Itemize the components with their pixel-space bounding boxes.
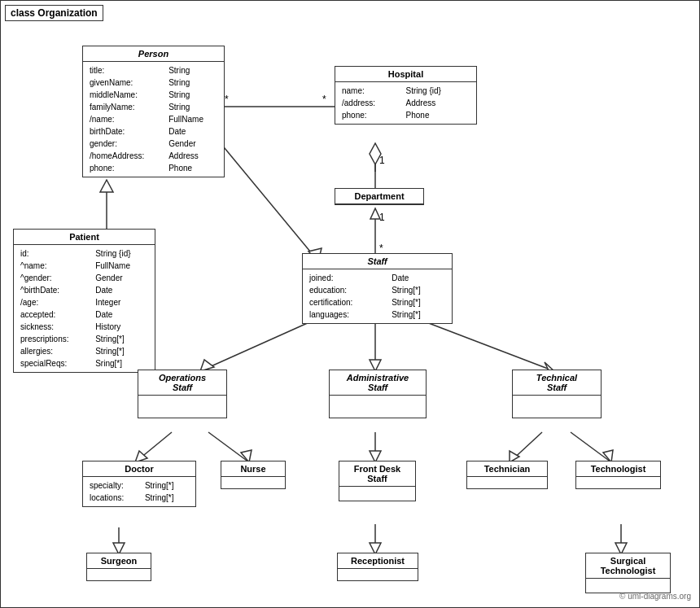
- svg-line-24: [135, 432, 172, 462]
- svg-line-32: [571, 432, 611, 462]
- class-patient-body: id:String {id} ^name:FullName ^gender:Ge…: [14, 245, 155, 372]
- class-doctor-body: specialty:String[*] locations:String[*]: [83, 477, 195, 506]
- class-staff-body: joined:Date education:String[*] certific…: [303, 269, 452, 323]
- diagram-title: class Organization: [5, 5, 103, 21]
- class-administrative-staff: AdministrativeStaff: [329, 370, 427, 418]
- class-operations-staff: OperationsStaff: [138, 370, 227, 418]
- class-nurse: Nurse: [221, 461, 286, 489]
- class-person-body: title:String givenName:String middleName…: [83, 62, 224, 177]
- class-hospital-header: Hospital: [335, 67, 476, 82]
- class-receptionist-header: Receptionist: [338, 553, 418, 569]
- svg-text:*: *: [322, 94, 326, 105]
- class-technical-staff-header: TechnicalStaff: [513, 370, 601, 396]
- class-department-header: Department: [335, 189, 423, 204]
- class-patient-header: Patient: [14, 230, 155, 245]
- class-receptionist: Receptionist: [337, 553, 418, 581]
- svg-line-26: [208, 432, 249, 462]
- class-operations-staff-header: OperationsStaff: [138, 370, 226, 396]
- svg-marker-11: [370, 208, 380, 219]
- svg-line-30: [510, 432, 542, 462]
- class-technician-header: Technician: [467, 461, 547, 477]
- class-doctor-header: Doctor: [83, 461, 195, 477]
- svg-text:1: 1: [379, 155, 385, 166]
- svg-marker-4: [370, 143, 381, 164]
- class-staff-header: Staff: [303, 254, 452, 269]
- svg-text:*: *: [225, 94, 229, 105]
- svg-marker-13: [100, 180, 113, 192]
- class-surgeon-header: Surgeon: [87, 553, 151, 569]
- class-surgeon: Surgeon: [86, 553, 151, 581]
- class-front-desk-staff: Front DeskStaff: [339, 461, 416, 501]
- class-technical-staff: TechnicalStaff: [512, 370, 602, 418]
- class-surgical-technologist-header: SurgicalTechnologist: [586, 553, 670, 579]
- svg-line-22: [416, 318, 554, 371]
- copyright: © uml-diagrams.org: [619, 592, 691, 601]
- class-technologist-header: Technologist: [576, 461, 660, 477]
- svg-text:1: 1: [379, 212, 385, 223]
- class-nurse-header: Nurse: [221, 461, 285, 477]
- class-technician: Technician: [466, 461, 548, 489]
- class-hospital: Hospital name:String {id} /address:Addre…: [335, 66, 477, 125]
- class-surgical-technologist: SurgicalTechnologist: [585, 553, 671, 593]
- class-person-header: Person: [83, 46, 224, 62]
- svg-text:*: *: [379, 243, 383, 254]
- svg-line-14: [221, 143, 318, 261]
- svg-line-18: [200, 318, 318, 371]
- class-person: Person title:String givenName:String mid…: [82, 46, 225, 177]
- diagram-container: class Organization * * 1 * 1 * * *: [0, 0, 700, 608]
- class-front-desk-staff-header: Front DeskStaff: [339, 461, 415, 487]
- class-staff: Staff joined:Date education:String[*] ce…: [302, 253, 453, 324]
- class-technologist: Technologist: [575, 461, 661, 489]
- class-patient: Patient id:String {id} ^name:FullName ^g…: [13, 229, 155, 373]
- class-administrative-staff-header: AdministrativeStaff: [330, 370, 426, 396]
- class-department: Department: [335, 188, 424, 205]
- class-doctor: Doctor specialty:String[*] locations:Str…: [82, 461, 196, 507]
- class-hospital-body: name:String {id} /address:Address phone:…: [335, 82, 476, 124]
